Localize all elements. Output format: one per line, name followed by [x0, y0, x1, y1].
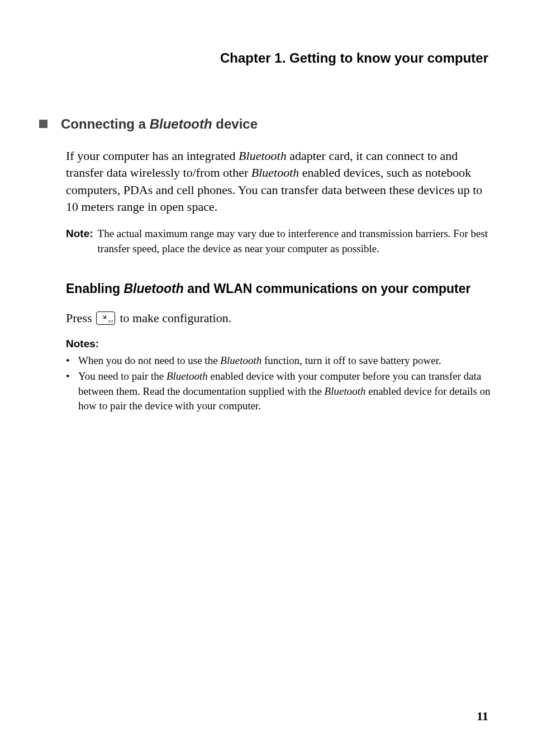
- subheading-pre: Enabling: [66, 281, 124, 296]
- page-number: 11: [477, 709, 488, 724]
- text: function, turn it off to save battery po…: [261, 355, 441, 366]
- section-title-post: device: [212, 116, 258, 131]
- key-sublabel: F7: [108, 320, 113, 324]
- list-item-text: When you do not need to use the Bluetoot…: [78, 353, 494, 368]
- airplane-key-icon: ✈ F7: [96, 311, 115, 325]
- section-title-pre: Connecting a: [61, 116, 150, 131]
- notes-label: Notes:: [66, 338, 494, 350]
- text: If your computer has an integrated: [66, 149, 239, 163]
- bullet-dot-icon: •: [66, 369, 78, 414]
- page: Chapter 1. Getting to know your computer…: [0, 0, 533, 756]
- list-item: • You need to pair the Bluetooth enabled…: [66, 369, 494, 414]
- press-post: to make configuration.: [120, 311, 231, 325]
- text-italic: Bluetooth: [166, 370, 208, 382]
- text: When you do not need to use the: [78, 355, 220, 366]
- text-italic: Bluetooth: [220, 355, 261, 366]
- text-italic: Bluetooth: [239, 149, 287, 163]
- subheading: Enabling Bluetooth and WLAN communicatio…: [66, 281, 494, 296]
- subheading-italic: Bluetooth: [124, 281, 184, 296]
- note-label: Note:: [66, 226, 93, 256]
- press-pre: Press: [66, 311, 92, 325]
- chapter-header: Chapter 1. Getting to know your computer: [39, 50, 494, 66]
- list-item-text: You need to pair the Bluetooth enabled d…: [78, 369, 494, 414]
- section-title-italic: Bluetooth: [150, 116, 212, 131]
- text: You need to pair the: [78, 370, 166, 382]
- airplane-glyph: ✈: [101, 313, 110, 322]
- press-line: Press ✈ F7 to make configuration.: [66, 311, 494, 325]
- paragraph-bluetooth-intro: If your computer has an integrated Bluet…: [66, 148, 494, 215]
- body-block: If your computer has an integrated Bluet…: [66, 148, 494, 414]
- list-item: • When you do not need to use the Blueto…: [66, 353, 494, 368]
- note-body: The actual maximum range may vary due to…: [98, 226, 494, 256]
- bullet-dot-icon: •: [66, 353, 78, 368]
- text-italic: Bluetooth: [251, 166, 299, 179]
- section-heading-row: Connecting a Bluetooth device: [39, 116, 494, 132]
- notes-list: • When you do not need to use the Blueto…: [66, 353, 494, 414]
- section-title: Connecting a Bluetooth device: [61, 116, 258, 132]
- text-italic: Bluetooth: [325, 385, 366, 397]
- note-block: Note: The actual maximum range may vary …: [66, 226, 494, 256]
- square-bullet-icon: [39, 120, 47, 128]
- subheading-post: and WLAN communications on your computer: [184, 281, 471, 296]
